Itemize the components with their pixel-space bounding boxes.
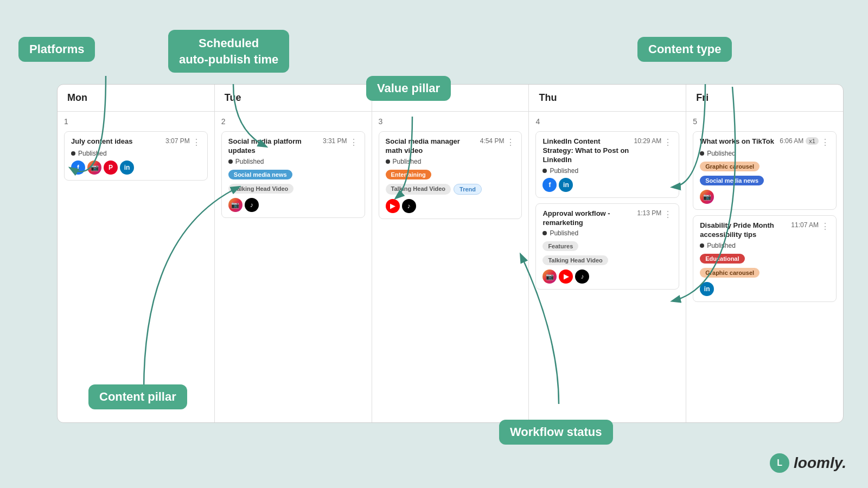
platform-pinterest: P (104, 160, 118, 175)
card-status: Published (228, 158, 358, 165)
loomly-text: loomly. (794, 454, 846, 472)
card-july-content[interactable]: July content ideas 3:07 PM ⋮ Published f… (64, 131, 208, 181)
platforms-row: 📷 ♪ (228, 198, 358, 212)
card-math-video[interactable]: Social media manager math video 4:54 PM … (379, 131, 522, 219)
card-menu-icon[interactable]: ⋮ (663, 137, 672, 147)
card-time: 10:29 AM (634, 137, 661, 145)
card-menu-icon[interactable]: ⋮ (192, 137, 201, 147)
tags-row: Educational (700, 253, 829, 265)
day-num-wed: 3 (379, 117, 522, 126)
platforms-row: f 📷 P in (71, 160, 201, 175)
card-title: Social media platform updates (228, 137, 318, 156)
card-status: Published (700, 242, 829, 249)
platform-linkedin: in (700, 282, 714, 296)
tag-talking-head: Talking Head Video (542, 255, 608, 265)
day-num-fri: 5 (693, 117, 837, 126)
card-title: Approval workflow - remarketing (542, 209, 633, 228)
status-dot (700, 151, 704, 156)
tag-social-media-news: Social media news (700, 176, 764, 185)
day-num-mon: 1 (64, 117, 208, 126)
card-social-media-updates[interactable]: Social media platform updates 3:31 PM ⋮ … (221, 131, 365, 218)
day-col-thu: 4 LinkedIn Content Strategy: What to Pos… (529, 112, 686, 422)
status-dot (542, 231, 547, 235)
tag-educational: Educational (700, 254, 744, 264)
card-time: 3:31 PM (323, 137, 347, 145)
day-num-tue: 2 (221, 117, 365, 126)
tag-trend: Trend (454, 184, 482, 195)
tag-social-media-news: Social media news (228, 170, 292, 179)
status-dot (228, 159, 233, 164)
card-title: Disability Pride Month accessibility tip… (700, 221, 787, 240)
content-pillar-tooltip: Content pillar (88, 384, 187, 409)
card-status: Published (71, 150, 201, 157)
tags-row-2: Talking Head Video (542, 254, 672, 266)
tags-row-2: Talking Head Video (228, 183, 358, 195)
card-status: Published (542, 167, 672, 175)
card-menu-icon[interactable]: ⋮ (349, 137, 358, 147)
card-menu-icon[interactable]: ⋮ (821, 137, 829, 147)
card-approval-workflow[interactable]: Approval workflow - remarketing 1:13 PM … (535, 203, 679, 290)
platform-youtube: ▶ (559, 269, 573, 284)
day-header-fri: Fri (686, 85, 843, 111)
platforms-row: 📷 (700, 190, 829, 204)
card-title: LinkedIn Content Strategy: What to Post … (542, 137, 629, 165)
card-linkedin-strategy[interactable]: LinkedIn Content Strategy: What to Post … (535, 131, 679, 198)
platform-instagram: 📷 (700, 190, 714, 204)
platforms-row: in (700, 282, 829, 296)
card-time: 4:54 PM (480, 137, 505, 145)
platform-instagram: 📷 (87, 160, 101, 175)
loomly-icon: L (770, 453, 789, 473)
content-type-tooltip: Content type (637, 37, 732, 62)
card-time: 3:07 PM (165, 137, 190, 145)
day-header-mon: Mon (58, 85, 215, 111)
platform-linkedin: in (120, 160, 134, 175)
platform-tiktok: ♪ (245, 198, 259, 212)
tag-graphic-carousel: Graphic carousel (700, 268, 760, 278)
workflow-status-tooltip: Workflow status (499, 420, 613, 445)
platform-facebook: f (71, 160, 85, 175)
platform-instagram: 📷 (542, 269, 557, 284)
status-dot (542, 169, 547, 173)
platforms-row: ▶ ♪ (386, 199, 515, 213)
platform-linkedin: in (559, 178, 573, 192)
day-col-mon: 1 July content ideas 3:07 PM ⋮ Published… (58, 112, 215, 422)
platform-tiktok: ♪ (575, 269, 589, 284)
tag-entertaining: Entertaining (386, 170, 431, 179)
status-dot (386, 159, 390, 164)
tags-row-2: Social media news (700, 175, 829, 187)
card-title: What works on TikTok (700, 137, 775, 146)
day-header-thu: Thu (529, 85, 686, 111)
tag-features: Features (542, 241, 578, 251)
card-menu-icon[interactable]: ⋮ (821, 221, 829, 232)
card-time: 6:06 AM (780, 137, 803, 145)
card-time: 1:13 PM (637, 209, 661, 217)
status-dot (71, 151, 75, 156)
platforms-row: 📷 ▶ ♪ (542, 269, 672, 284)
card-status: Published (700, 150, 829, 157)
day-num-thu: 4 (535, 117, 679, 126)
tags-row-2: Graphic carousel (700, 267, 829, 279)
card-status: Published (542, 229, 672, 237)
day-col-wed: 3 Social media manager math video 4:54 P… (372, 112, 529, 422)
badge-x1: x1 (806, 137, 819, 145)
tags-row: Entertaining (386, 169, 515, 181)
card-title: July content ideas (71, 137, 161, 146)
scheduled-tooltip: Scheduledauto-publish time (168, 30, 289, 73)
platforms-row: f in (542, 178, 672, 192)
tags-row-2: Talking Head Video Trend (386, 183, 515, 196)
day-header-tue: Tue (215, 85, 372, 111)
calendar: Mon Tue Wed Thu Fri 1 July content ideas… (57, 84, 844, 423)
platform-facebook: f (542, 178, 557, 192)
status-dot (700, 243, 704, 248)
tag-talking-head: Talking Head Video (228, 184, 293, 194)
day-col-fri: 5 What works on TikTok 6:06 AM x1 ⋮ Publ… (686, 112, 843, 422)
card-time: 11:07 AM (791, 221, 819, 229)
card-disability-pride[interactable]: Disability Pride Month accessibility tip… (693, 215, 837, 302)
card-menu-icon[interactable]: ⋮ (663, 209, 672, 220)
card-tiktok-works[interactable]: What works on TikTok 6:06 AM x1 ⋮ Publis… (693, 131, 837, 210)
card-menu-icon[interactable]: ⋮ (506, 137, 515, 147)
tags-row: Graphic carousel (700, 160, 829, 172)
platform-instagram: 📷 (228, 198, 242, 212)
tag-graphic-carousel: Graphic carousel (700, 162, 760, 171)
platforms-tooltip: Platforms (18, 37, 95, 62)
